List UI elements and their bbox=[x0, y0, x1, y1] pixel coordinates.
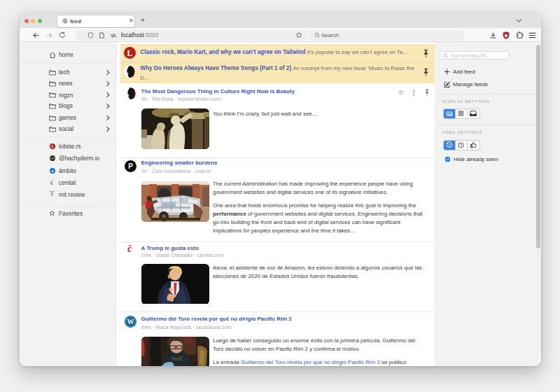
svg-text:L: L bbox=[127, 49, 132, 58]
svg-text:a: a bbox=[52, 168, 54, 172]
svg-text:L: L bbox=[51, 144, 54, 148]
svg-text:P: P bbox=[128, 163, 133, 171]
svg-text:W: W bbox=[127, 318, 134, 326]
